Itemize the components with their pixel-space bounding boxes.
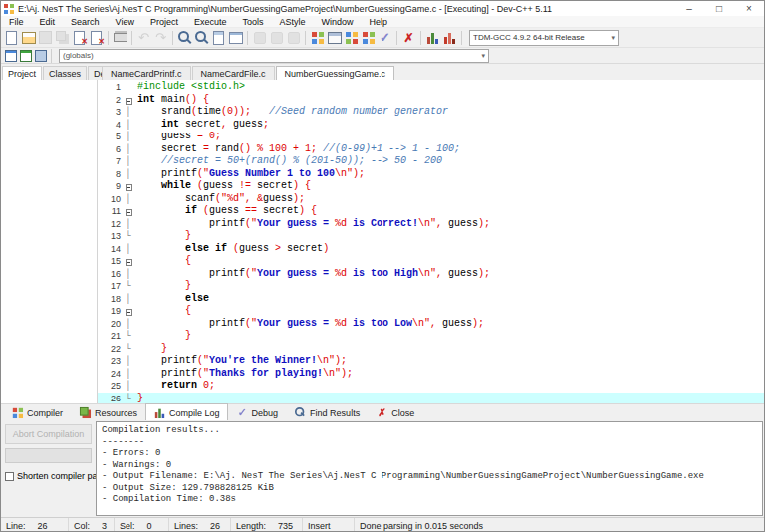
code-line[interactable]: 2int main() { <box>98 94 764 107</box>
code-token: printf <box>161 355 197 366</box>
editor-tab-numberguessinggame-c[interactable]: NumberGuessingGame.c <box>276 66 395 80</box>
fold-marker[interactable] <box>124 94 133 107</box>
delete-profiling-icon[interactable] <box>441 29 458 46</box>
find-icon[interactable] <box>176 29 193 46</box>
code-line[interactable]: 21└} <box>98 330 764 343</box>
goto-line-icon[interactable] <box>227 29 244 46</box>
abort-icon[interactable] <box>400 29 417 46</box>
code-line[interactable]: 17└} <box>98 280 764 293</box>
fold-marker: │ <box>124 143 133 156</box>
new-project-icon[interactable] <box>3 48 18 63</box>
tab-resources[interactable]: Resources <box>71 403 145 420</box>
tab-compile-log[interactable]: Compile Log <box>145 403 228 420</box>
close-file-icon[interactable] <box>71 29 88 46</box>
code-line[interactable]: 26└} <box>98 393 764 404</box>
code-line[interactable]: 9while (guess != secret) { <box>98 180 764 193</box>
devcpp-logo-icon <box>4 4 14 14</box>
menu-help[interactable]: Help <box>362 16 396 28</box>
code-line[interactable]: 7│//secret = 50+(rand() % (201-50)); -->… <box>98 155 764 168</box>
tab-find-results[interactable]: Find Results <box>286 403 368 420</box>
code-token: (" <box>245 318 257 329</box>
close-button[interactable]: × <box>734 1 764 16</box>
profile-icon[interactable] <box>424 29 441 46</box>
code-line[interactable]: 8│printf("Guess Number 1 to 100\n"); <box>98 168 764 181</box>
code-token <box>251 106 269 117</box>
code-line[interactable]: 19{ <box>98 305 764 318</box>
code-line[interactable]: 14│else if (guess > secret) <box>98 243 764 256</box>
print-icon[interactable] <box>112 29 128 46</box>
syntax-check-icon[interactable] <box>377 29 393 46</box>
find-in-files-icon[interactable] <box>193 29 210 46</box>
compile-icon[interactable] <box>309 29 326 46</box>
fold-marker[interactable] <box>124 205 133 218</box>
sidebar-tab-project[interactable]: Project <box>2 66 42 80</box>
menu-project[interactable]: Project <box>142 16 186 28</box>
compiler-icon <box>12 407 23 418</box>
menu-file[interactable]: File <box>1 16 32 28</box>
toolbar-separator <box>461 31 462 45</box>
menu-edit[interactable]: Edit <box>32 16 64 28</box>
tab-close[interactable]: Close <box>368 403 422 420</box>
fold-marker: │ <box>124 293 133 306</box>
add-to-project-icon[interactable] <box>18 48 33 63</box>
code-line[interactable]: 12│printf("Your guess = %d is Correct!\n… <box>98 218 764 231</box>
code-line[interactable]: 5│guess = 0; <box>98 131 764 143</box>
code-token: rand <box>209 143 239 154</box>
menu-execute[interactable]: Execute <box>186 16 235 28</box>
save-all-icon <box>54 29 71 46</box>
code-line[interactable]: 22└} <box>98 343 764 356</box>
menu-tools[interactable]: Tools <box>234 16 271 28</box>
compiler-select[interactable]: TDM-GCC 4.9.2 64-bit Release ▾ <box>469 30 619 46</box>
fold-marker[interactable] <box>124 305 133 318</box>
tab-debug[interactable]: Debug <box>228 403 287 420</box>
shorten-paths-checkbox[interactable] <box>5 472 14 481</box>
code-line[interactable]: 1#include <stdio.h> <box>98 81 764 94</box>
maximize-button[interactable]: □ <box>704 1 734 16</box>
code-line[interactable]: 10│scanf("%d", &guess); <box>98 193 764 206</box>
editor-tab-namecardprintf-c[interactable]: NameCardPrintf.c <box>102 66 191 80</box>
code-token: { <box>185 305 191 316</box>
compile-run-icon[interactable] <box>343 29 360 46</box>
sidebar-tab-classes[interactable]: Classes <box>43 66 87 80</box>
code-editor[interactable]: 1#include <stdio.h>2int main() {3│srand(… <box>98 80 764 403</box>
code-line[interactable]: 4│int secret, guess; <box>98 119 764 132</box>
status-length-label: Length: <box>236 521 266 531</box>
new-file-icon[interactable] <box>3 29 20 46</box>
code-line[interactable]: 16│printf("Your guess = %d is too High\n… <box>98 268 764 281</box>
code-line[interactable]: 15{ <box>98 255 764 268</box>
code-line[interactable]: 25│return 0; <box>98 380 764 393</box>
code-token: guess <box>442 218 478 229</box>
menu-view[interactable]: View <box>108 16 142 28</box>
code-line[interactable]: 18│else <box>98 293 764 306</box>
menu-window[interactable]: Window <box>314 16 362 28</box>
code-line[interactable]: 3│srand(time(0)); //Seed random number g… <box>98 106 764 119</box>
fold-marker[interactable] <box>124 255 133 268</box>
menu-bar: FileEditSearchViewProjectExecuteToolsASt… <box>1 16 764 28</box>
tab-compiler[interactable]: Compiler <box>3 403 71 420</box>
compile-log-output[interactable]: Compilation results...--------- Errors: … <box>96 421 763 516</box>
close-all-icon[interactable] <box>88 29 105 46</box>
menu-search[interactable]: Search <box>63 16 108 28</box>
menu-astyle[interactable]: AStyle <box>271 16 313 28</box>
code-line[interactable]: 13└} <box>98 230 764 243</box>
fold-marker[interactable] <box>124 180 133 193</box>
open-file-icon[interactable] <box>20 29 37 46</box>
code-token: (" <box>197 368 209 379</box>
rebuild-icon[interactable] <box>360 29 377 46</box>
code-line[interactable]: 6│secret = rand() % 100 + 1; //(0-99)+1 … <box>98 143 764 156</box>
code-line[interactable]: 24│printf("Thanks for playing!\n"); <box>98 368 764 381</box>
remove-from-project-icon[interactable] <box>33 48 48 63</box>
code-line[interactable]: 23│printf("You're the Winner!\n"); <box>98 355 764 368</box>
code-token: } <box>185 280 191 291</box>
code-line[interactable]: 11if (guess == secret) { <box>98 205 764 218</box>
code-text: srand(time(0)); //Seed random number gen… <box>133 106 448 119</box>
class-browser-select[interactable]: (globals) ▾ <box>59 49 489 63</box>
project-panel[interactable] <box>1 80 98 403</box>
code-line[interactable]: 20│printf("Your guess = %d is too Low\n"… <box>98 318 764 331</box>
run-icon[interactable] <box>326 29 343 46</box>
fold-marker: │ <box>124 318 133 331</box>
minimize-button[interactable]: – <box>674 1 704 16</box>
status-col: Col:3 <box>69 518 115 532</box>
editor-tab-namecardfile-c[interactable]: NameCardFile.c <box>192 66 275 80</box>
replace-icon[interactable] <box>210 29 227 46</box>
